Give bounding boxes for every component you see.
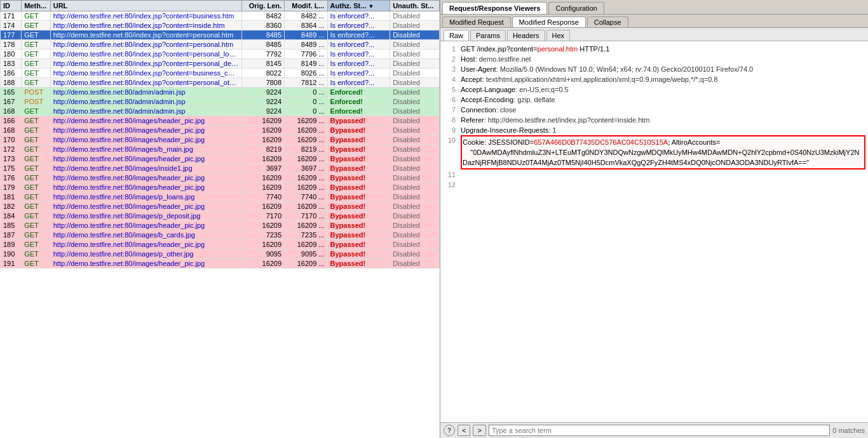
cell-url: http://demo.testfire.net:80/images/heade… (50, 240, 241, 249)
cell-auth: Bypassed! (327, 249, 390, 259)
cell-auth: Bypassed! (327, 145, 390, 154)
cell-unauth: Disabled (390, 116, 440, 126)
tab-configuration[interactable]: Configuration (548, 2, 604, 14)
line-number: 10 (443, 135, 456, 169)
cell-id: 176 (1, 173, 22, 183)
request-table-container[interactable]: ID Meth... URL Orig. Len. Modif. L... Au… (0, 0, 440, 438)
cell-orig: 16209 (241, 116, 284, 126)
line-text: Referer: http://demo.testfire.net/index.… (461, 115, 865, 125)
cell-id: 191 (1, 259, 22, 269)
table-row[interactable]: 175 GET http://demo.testfire.net:80/imag… (1, 164, 440, 173)
line-number: 12 (443, 180, 456, 190)
cell-modif: 3697 ... (285, 164, 327, 173)
table-row[interactable]: 166 GET http://demo.testfire.net:80/imag… (1, 116, 440, 126)
col-header-id[interactable]: ID (1, 1, 22, 11)
table-row[interactable]: 173 GET http://demo.testfire.net:80/imag… (1, 154, 440, 164)
col-header-unauth[interactable]: Unauth. St... (390, 1, 440, 11)
table-row[interactable]: 180 GET http://demo.testfire.net:80/inde… (1, 50, 440, 59)
cell-auth: Is enforced?... (327, 69, 390, 78)
cell-id: 168 (1, 126, 22, 135)
tab-hex[interactable]: Hex (546, 30, 571, 41)
cell-id: 172 (1, 145, 22, 154)
cell-auth: Bypassed! (327, 230, 390, 240)
content-line: 6Accept-Encoding: gzip, deflate (443, 95, 865, 105)
line-number: 4 (443, 74, 456, 84)
cell-modif: 16209 ... (285, 126, 327, 135)
cell-unauth: Disabled (390, 88, 440, 97)
col-header-auth[interactable]: Authz. St... ▼ (327, 1, 390, 11)
table-row[interactable]: 188 GET http://demo.testfire.net:80/inde… (1, 78, 440, 88)
col-header-orig[interactable]: Orig. Len. (241, 1, 284, 11)
cell-unauth: Disabled (390, 145, 440, 154)
cell-url: http://demo.testfire.net:80/admin/admin.… (50, 97, 241, 107)
table-row[interactable]: 190 GET http://demo.testfire.net:80/imag… (1, 249, 440, 259)
cell-url: http://demo.testfire.net:80/index.jsp?co… (50, 78, 241, 88)
table-row[interactable]: 179 GET http://demo.testfire.net:80/imag… (1, 183, 440, 192)
table-row[interactable]: 186 GET http://demo.testfire.net:80/inde… (1, 69, 440, 78)
tab-params[interactable]: Params (470, 30, 506, 41)
table-row[interactable]: 177 GET http://demo.testfire.net:80/inde… (1, 30, 440, 40)
table-row[interactable]: 183 GET http://demo.testfire.net:80/inde… (1, 59, 440, 69)
table-row[interactable]: 191 GET http://demo.testfire.net:80/imag… (1, 259, 440, 269)
table-row[interactable]: 168 GET http://demo.testfire.net:80/imag… (1, 126, 440, 135)
cell-orig: 8485 (241, 40, 284, 50)
table-row[interactable]: 170 GET http://demo.testfire.net:80/imag… (1, 135, 440, 145)
content-viewer[interactable]: 1GET /index.jsp?content=personal.htm HTT… (440, 41, 868, 422)
cell-url: http://demo.testfire.net:80/images/heade… (50, 221, 241, 230)
table-row[interactable]: 172 GET http://demo.testfire.net:80/imag… (1, 145, 440, 154)
sub-tab-bar: Modified Request Modified Response Colla… (440, 15, 868, 28)
tab-modified-request[interactable]: Modified Request (442, 17, 511, 27)
table-row[interactable]: 171 GET http://demo.testfire.net:80/inde… (1, 11, 440, 21)
table-row[interactable]: 182 GET http://demo.testfire.net:80/imag… (1, 202, 440, 211)
table-row[interactable]: 187 GET http://demo.testfire.net:80/imag… (1, 230, 440, 240)
cell-unauth: Disabled (390, 135, 440, 145)
cell-orig: 7740 (241, 192, 284, 202)
col-header-url[interactable]: URL (50, 1, 241, 11)
line-number: 2 (443, 54, 456, 64)
cell-method: GET (22, 107, 51, 116)
cell-auth: Bypassed! (327, 183, 390, 192)
line-text: Upgrade-Insecure-Requests: 1 (461, 125, 865, 135)
prev-button[interactable]: < (458, 425, 470, 436)
cell-url: http://demo.testfire.net:80/images/heade… (50, 259, 241, 269)
cell-method: GET (22, 69, 51, 78)
cell-unauth: Disabled (390, 59, 440, 69)
table-row[interactable]: 167 POST http://demo.testfire.net:80/adm… (1, 97, 440, 107)
cell-auth: Bypassed! (327, 192, 390, 202)
cell-auth: Is enforced?... (327, 78, 390, 88)
cell-unauth: Disabled (390, 221, 440, 230)
cell-unauth: Disabled (390, 183, 440, 192)
table-row[interactable]: 181 GET http://demo.testfire.net:80/imag… (1, 192, 440, 202)
cell-id: 186 (1, 69, 22, 78)
next-button[interactable]: > (473, 425, 485, 436)
cell-id: 189 (1, 240, 22, 249)
cell-url: http://demo.testfire.net:80/images/p_oth… (50, 249, 241, 259)
help-button[interactable]: ? (444, 425, 455, 436)
search-input[interactable] (489, 425, 830, 436)
table-row[interactable]: 168 GET http://demo.testfire.net:80/admi… (1, 107, 440, 116)
tab-modified-response[interactable]: Modified Response (512, 17, 586, 27)
cell-auth: Enforced! (327, 107, 390, 116)
col-header-method[interactable]: Meth... (22, 1, 51, 11)
content-line: 7Connection: close (443, 105, 865, 115)
col-header-modif[interactable]: Modif. L... (285, 1, 327, 11)
tab-headers[interactable]: Headers (507, 30, 545, 41)
line-text: Accept-Language: en-US,en;q=0.5 (461, 84, 865, 95)
table-row[interactable]: 174 GET http://demo.testfire.net:80/inde… (1, 21, 440, 30)
table-row[interactable]: 189 GET http://demo.testfire.net:80/imag… (1, 240, 440, 249)
cell-method: GET (22, 164, 51, 173)
table-row[interactable]: 178 GET http://demo.testfire.net:80/inde… (1, 40, 440, 50)
tab-request-response-viewers[interactable]: Request/Response Viewers (442, 2, 547, 14)
cell-url: http://demo.testfire.net:80/index.jsp?co… (50, 30, 241, 40)
cell-modif: 8482 ... (285, 11, 327, 21)
cell-method: GET (22, 211, 51, 221)
table-row[interactable]: 176 GET http://demo.testfire.net:80/imag… (1, 173, 440, 183)
content-line: 11 (443, 169, 865, 180)
table-row[interactable]: 165 POST http://demo.testfire.net:80/adm… (1, 88, 440, 97)
tab-raw[interactable]: Raw (444, 30, 469, 41)
table-row[interactable]: 185 GET http://demo.testfire.net:80/imag… (1, 221, 440, 230)
cell-modif: 16209 ... (285, 259, 327, 269)
table-row[interactable]: 184 GET http://demo.testfire.net:80/imag… (1, 211, 440, 221)
cell-orig: 8022 (241, 69, 284, 78)
tab-collapse[interactable]: Collapse (587, 17, 628, 27)
